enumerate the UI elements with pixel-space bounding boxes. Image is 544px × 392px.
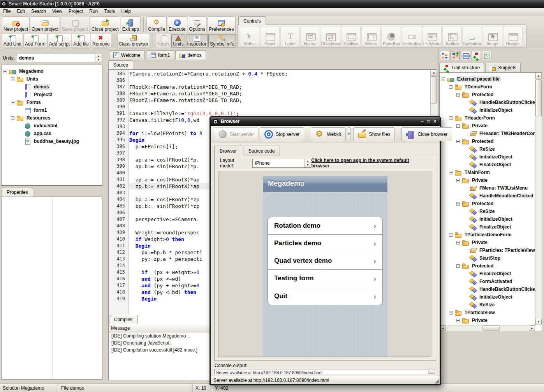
control-select-button[interactable]: Select [240,26,259,46]
collapse-toggle-icon[interactable] [442,77,445,81]
structure-tree-node-protected[interactable]: Protected [440,137,535,145]
control-header-button[interactable]: Header [503,26,523,46]
project-tree-node-app-css[interactable]: app.css [2,130,102,137]
collapse-toggle-icon[interactable] [4,70,7,73]
structure-tree-node-initializeobject[interactable]: InitializeObject [440,293,535,301]
browser-window[interactable]: Browser –□× Start serverStop serverWebki… [210,116,441,385]
control-label-button[interactable]: Label [280,26,300,46]
open-project-button[interactable]: Open project [30,16,60,33]
structure-tree-node-private[interactable]: Private [440,239,535,246]
menu-help[interactable]: Help [118,8,134,15]
app-menu-item-quit[interactable]: Quit› [268,287,382,305]
collapse-toggle-icon[interactable] [456,202,460,206]
collapse-toggle-icon[interactable] [449,171,452,174]
project-tree-node-resources[interactable]: Resources [2,114,102,122]
structure-tree-node-tparticlesdemoform[interactable]: TParticlesDemoForm [440,231,535,239]
notes-button[interactable]: Notes [156,34,171,48]
collapse-toggle-icon[interactable] [456,241,460,244]
structure-tree-node-formactivated[interactable]: FormActivated [440,278,535,285]
structure-tree-node-initializeobject[interactable]: InitializeObject [440,215,535,223]
project-tree-node-index-html[interactable]: index.html [2,122,102,130]
control-listmenu-button[interactable]: ListMenu [422,26,442,46]
structure-tree-node-protected[interactable]: Protected [440,262,535,270]
app-menu-item-particles-demo[interactable]: Particles demo› [268,235,382,252]
compile-button[interactable]: Compile [146,16,167,33]
tab-snippets[interactable]: Snippets [485,63,521,72]
minimize-button[interactable]: – [421,119,424,124]
structure-tree-node-private[interactable]: Private [440,316,535,324]
tab-form1[interactable]: form1 [146,50,174,60]
structure-tree-node-startstop[interactable]: StartStop [440,254,535,262]
options-button[interactable]: Options [188,16,207,33]
control-toolbar-button[interactable]: Toolbar [442,26,462,46]
collapse-toggle-icon[interactable] [456,319,460,322]
flatten-button[interactable] [461,51,470,60]
control-image-button[interactable]: Image [483,26,502,46]
units-button[interactable]: Units [171,34,185,48]
tab-browser[interactable]: Browser [214,146,242,156]
structure-tree-node-initializeobject[interactable]: InitializeObject [440,106,535,114]
structure-tree-node-finalizeobject[interactable]: FinalizeObject [440,223,535,231]
add-unit-button[interactable]: Add Unit [2,34,23,48]
collapse-toggle-icon[interactable] [11,116,14,120]
scroll-up-arrow-icon[interactable]: ▲ [431,70,437,76]
browser-title-bar[interactable]: Browser –□× [211,117,440,126]
tab-unit-structure[interactable]: Unit structure [439,63,484,72]
close-project-button[interactable]: Close project [90,16,120,33]
structure-tree-node-resize[interactable]: ReSize [440,145,535,153]
collapse-toggle-icon[interactable] [456,140,460,143]
control-memo-button[interactable]: Memo [361,26,381,46]
app-menu-item-quad-vertex-demo[interactable]: Quad vertex demo› [268,252,382,270]
menu-tools[interactable]: Tools [101,8,118,15]
menu-edit[interactable]: Edit [14,8,28,15]
structure-tree-node-private[interactable]: Private [440,122,535,130]
symbol-info-button[interactable]: Symbol info [208,34,236,48]
new-project-button[interactable]: New project [2,16,30,33]
control-panel-button[interactable]: Panel [260,26,280,46]
diagram-button[interactable] [472,51,481,60]
properties-grid[interactable] [2,197,102,380]
editor-vscroll-thumb[interactable] [431,76,437,104]
structure-tree-node-handlemenuitemclicked[interactable]: HandleMenuItemClicked [440,192,535,200]
structure-vscroll-thumb[interactable] [535,79,542,116]
webkit-dropdown-button[interactable]: ▼ [347,127,351,141]
exit-app-button[interactable]: Exit app [121,16,141,33]
tab-properties[interactable]: Properties [2,188,33,197]
tab-source-code[interactable]: Source code [243,146,280,156]
structure-tree-node-tmainform[interactable]: TMainForm [440,169,535,176]
menu-file[interactable]: File [0,8,14,15]
tab-source[interactable]: Source [108,60,133,69]
webkit-button[interactable]: Webkit [311,127,345,141]
project-tree-node-units[interactable]: Units [2,75,102,83]
close-button[interactable]: × [433,119,436,124]
add-form-button[interactable]: Add Form [23,34,47,48]
remove-button[interactable]: Remove [91,34,111,48]
menu-run[interactable]: Run [86,8,101,15]
structure-tree-node-tparticleview[interactable]: TParticleView [440,309,535,316]
save-project-button[interactable]: Save project [60,16,90,33]
start-server-button[interactable]: Start server [214,127,259,141]
control-combobox-button[interactable]: ComboBox [402,26,421,46]
maximize-button[interactable]: □ [427,119,430,124]
refresh-button[interactable] [482,51,491,60]
app-menu-item-rotation-demo[interactable]: Rotation demo› [268,217,382,235]
structure-tree-node-resize[interactable]: ReSize [440,301,535,309]
collapse-toggle-icon[interactable] [456,264,460,268]
structure-tree-node-protected[interactable]: Protected [440,91,535,98]
preferences-button[interactable]: Preferences [207,16,236,33]
open-in-default-browser-link[interactable]: Click here to open app in the system def… [311,158,428,169]
tab-compiler[interactable]: Compiler [109,315,138,324]
tab-demos[interactable]: demos [175,50,206,60]
project-tree-node-forms[interactable]: Forms [2,98,102,106]
structure-tree-node-external-pascal-file[interactable]: External pascal file [440,75,535,83]
resize-grip-icon[interactable] [435,379,439,383]
structure-tree-node-protected[interactable]: Protected [440,200,535,207]
scroll-down-arrow-icon[interactable]: ▼ [535,319,542,325]
structure-tree-node-handlebackbuttonclicked[interactable]: HandleBackButtonClicked [440,98,535,106]
collapse-toggle-icon[interactable] [449,85,452,89]
stop-server-button[interactable]: Stop server [260,127,304,141]
control-editbox-button[interactable]: EditBox [341,26,361,46]
structure-tree-node-tdemoform[interactable]: TDemoForm [440,83,535,91]
collapse-toggle-icon[interactable] [449,116,452,120]
menu-view[interactable]: View [49,8,65,15]
